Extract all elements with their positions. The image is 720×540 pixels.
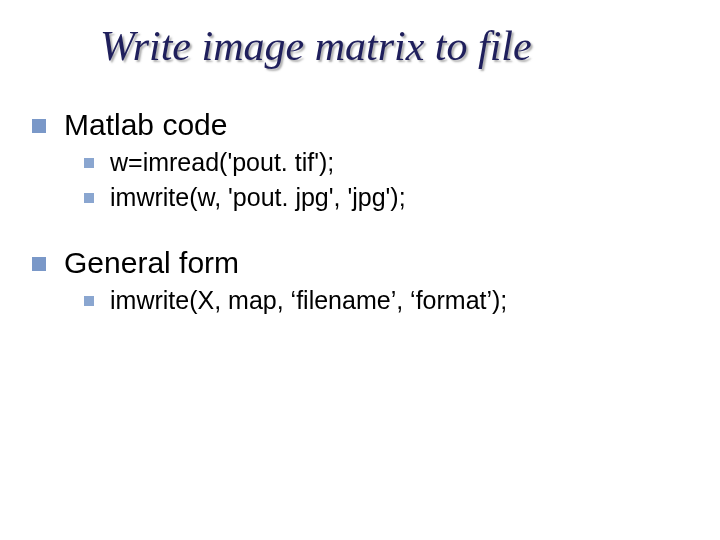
slide: Write image matrix to file Matlab code w…	[0, 0, 720, 540]
code-line: imwrite(X, map, ‘filename’, ‘format’);	[110, 286, 507, 315]
square-bullet-icon	[84, 193, 94, 203]
spacer	[32, 214, 700, 242]
slide-title: Write image matrix to file	[100, 22, 532, 70]
square-bullet-icon	[32, 119, 46, 133]
list-item: Matlab code	[32, 108, 700, 142]
slide-body: Matlab code w=imread('pout. tif'); imwri…	[32, 104, 700, 317]
list-item: General form	[32, 246, 700, 280]
list-item: imwrite(w, 'pout. jpg', 'jpg');	[84, 183, 700, 212]
square-bullet-icon	[84, 158, 94, 168]
section-heading: Matlab code	[64, 108, 227, 142]
code-line: imwrite(w, 'pout. jpg', 'jpg');	[110, 183, 406, 212]
code-line: w=imread('pout. tif');	[110, 148, 334, 177]
section-heading: General form	[64, 246, 239, 280]
list-item: w=imread('pout. tif');	[84, 148, 700, 177]
square-bullet-icon	[32, 257, 46, 271]
list-item: imwrite(X, map, ‘filename’, ‘format’);	[84, 286, 700, 315]
square-bullet-icon	[84, 296, 94, 306]
